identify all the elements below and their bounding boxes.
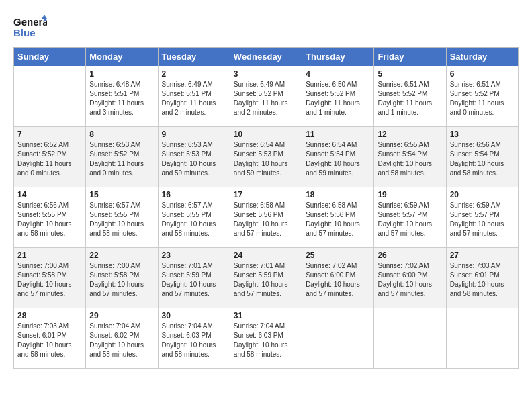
calendar-cell: 6Sunrise: 6:51 AMSunset: 5:52 PMDaylight… [446, 66, 518, 127]
cell-info: Sunrise: 7:02 AMSunset: 6:00 PMDaylight:… [378, 261, 442, 299]
weekday-header: Monday [86, 48, 158, 66]
day-number: 2 [162, 69, 226, 79]
day-number: 17 [234, 190, 298, 199]
weekday-header: Friday [374, 48, 446, 66]
day-number: 19 [378, 190, 442, 199]
weekday-header: Wednesday [230, 48, 302, 66]
calendar-cell: 24Sunrise: 7:01 AMSunset: 5:59 PMDayligh… [230, 248, 302, 308]
cell-info: Sunrise: 6:51 AMSunset: 5:52 PMDaylight:… [378, 80, 442, 118]
cell-info: Sunrise: 6:57 AMSunset: 5:55 PMDaylight:… [162, 201, 226, 238]
calendar-header: SundayMondayTuesdayWednesdayThursdayFrid… [14, 48, 519, 66]
day-number: 29 [89, 311, 154, 320]
day-number: 14 [17, 190, 82, 199]
calendar-cell: 7Sunrise: 6:52 AMSunset: 5:52 PMDaylight… [14, 127, 86, 187]
calendar-cell: 1Sunrise: 6:48 AMSunset: 5:51 PMDaylight… [86, 66, 158, 127]
cell-info: Sunrise: 6:56 AMSunset: 5:54 PMDaylight:… [450, 140, 515, 178]
calendar-cell: 18Sunrise: 6:58 AMSunset: 5:56 PMDayligh… [302, 187, 374, 248]
calendar-cell [374, 308, 446, 369]
day-number: 25 [306, 250, 370, 260]
cell-info: Sunrise: 6:59 AMSunset: 5:57 PMDaylight:… [450, 201, 515, 238]
calendar-cell: 14Sunrise: 6:56 AMSunset: 5:55 PMDayligh… [14, 187, 86, 248]
day-number: 22 [89, 250, 154, 260]
day-number: 11 [306, 130, 370, 139]
day-number: 20 [450, 190, 515, 199]
day-number: 5 [378, 69, 442, 79]
day-number: 7 [17, 130, 82, 139]
calendar-cell: 12Sunrise: 6:55 AMSunset: 5:54 PMDayligh… [374, 127, 446, 187]
cell-info: Sunrise: 6:51 AMSunset: 5:52 PMDaylight:… [450, 80, 515, 118]
cell-info: Sunrise: 6:53 AMSunset: 5:53 PMDaylight:… [162, 140, 226, 178]
day-number: 26 [378, 250, 442, 260]
cell-info: Sunrise: 6:57 AMSunset: 5:55 PMDaylight:… [89, 201, 154, 238]
cell-info: Sunrise: 7:00 AMSunset: 5:58 PMDaylight:… [89, 261, 154, 299]
calendar-cell: 30Sunrise: 7:04 AMSunset: 6:03 PMDayligh… [158, 308, 230, 369]
calendar-cell: 9Sunrise: 6:53 AMSunset: 5:53 PMDaylight… [158, 127, 230, 187]
day-number: 31 [234, 311, 298, 320]
cell-info: Sunrise: 7:01 AMSunset: 5:59 PMDaylight:… [234, 261, 298, 299]
calendar-cell: 5Sunrise: 6:51 AMSunset: 5:52 PMDaylight… [374, 66, 446, 127]
calendar-cell: 25Sunrise: 7:02 AMSunset: 6:00 PMDayligh… [302, 248, 374, 308]
logo-icon: General Blue [13, 13, 47, 40]
cell-info: Sunrise: 6:54 AMSunset: 5:54 PMDaylight:… [306, 140, 370, 178]
day-number: 18 [306, 190, 370, 199]
svg-text:General: General [13, 16, 47, 28]
cell-info: Sunrise: 6:54 AMSunset: 5:53 PMDaylight:… [234, 140, 298, 178]
calendar-cell: 22Sunrise: 7:00 AMSunset: 5:58 PMDayligh… [86, 248, 158, 308]
cell-info: Sunrise: 6:48 AMSunset: 5:51 PMDaylight:… [89, 80, 154, 118]
day-number: 6 [450, 69, 515, 79]
calendar-cell: 2Sunrise: 6:49 AMSunset: 5:51 PMDaylight… [158, 66, 230, 127]
day-number: 23 [162, 250, 226, 260]
day-number: 27 [450, 250, 515, 260]
day-number: 15 [89, 190, 154, 199]
day-number: 21 [17, 250, 82, 260]
logo: General Blue [13, 13, 50, 40]
cell-info: Sunrise: 7:01 AMSunset: 5:59 PMDaylight:… [162, 261, 226, 299]
cell-info: Sunrise: 7:00 AMSunset: 5:58 PMDaylight:… [17, 261, 82, 299]
cell-info: Sunrise: 6:50 AMSunset: 5:52 PMDaylight:… [306, 80, 370, 118]
day-number: 30 [162, 311, 226, 320]
calendar-table: SundayMondayTuesdayWednesdayThursdayFrid… [13, 47, 519, 369]
calendar-cell: 28Sunrise: 7:03 AMSunset: 6:01 PMDayligh… [14, 308, 86, 369]
cell-info: Sunrise: 7:03 AMSunset: 6:01 PMDaylight:… [450, 261, 515, 299]
page-header: General Blue [13, 13, 519, 40]
cell-info: Sunrise: 6:59 AMSunset: 5:57 PMDaylight:… [378, 201, 442, 238]
weekday-header: Thursday [302, 48, 374, 66]
cell-info: Sunrise: 7:03 AMSunset: 6:01 PMDaylight:… [17, 322, 82, 359]
calendar-cell: 10Sunrise: 6:54 AMSunset: 5:53 PMDayligh… [230, 127, 302, 187]
day-number: 3 [234, 69, 298, 79]
calendar-cell: 4Sunrise: 6:50 AMSunset: 5:52 PMDaylight… [302, 66, 374, 127]
calendar-cell [14, 66, 86, 127]
calendar-cell: 20Sunrise: 6:59 AMSunset: 5:57 PMDayligh… [446, 187, 518, 248]
cell-info: Sunrise: 6:49 AMSunset: 5:52 PMDaylight:… [234, 80, 298, 118]
calendar-cell [446, 308, 518, 369]
cell-info: Sunrise: 6:53 AMSunset: 5:52 PMDaylight:… [89, 140, 154, 178]
cell-info: Sunrise: 6:52 AMSunset: 5:52 PMDaylight:… [17, 140, 82, 178]
svg-text:Blue: Blue [13, 27, 36, 38]
calendar-cell [302, 308, 374, 369]
calendar-cell: 19Sunrise: 6:59 AMSunset: 5:57 PMDayligh… [374, 187, 446, 248]
calendar-cell: 29Sunrise: 7:04 AMSunset: 6:02 PMDayligh… [86, 308, 158, 369]
calendar-cell: 15Sunrise: 6:57 AMSunset: 5:55 PMDayligh… [86, 187, 158, 248]
cell-info: Sunrise: 6:49 AMSunset: 5:51 PMDaylight:… [162, 80, 226, 118]
calendar-cell: 26Sunrise: 7:02 AMSunset: 6:00 PMDayligh… [374, 248, 446, 308]
calendar-cell: 8Sunrise: 6:53 AMSunset: 5:52 PMDaylight… [86, 127, 158, 187]
day-number: 8 [89, 130, 154, 139]
calendar-cell: 31Sunrise: 7:04 AMSunset: 6:03 PMDayligh… [230, 308, 302, 369]
weekday-header: Tuesday [158, 48, 230, 66]
calendar-cell: 23Sunrise: 7:01 AMSunset: 5:59 PMDayligh… [158, 248, 230, 308]
day-number: 16 [162, 190, 226, 199]
day-number: 24 [234, 250, 298, 260]
cell-info: Sunrise: 7:02 AMSunset: 6:00 PMDaylight:… [306, 261, 370, 299]
cell-info: Sunrise: 6:56 AMSunset: 5:55 PMDaylight:… [17, 201, 82, 238]
day-number: 1 [89, 69, 154, 79]
calendar-cell: 3Sunrise: 6:49 AMSunset: 5:52 PMDaylight… [230, 66, 302, 127]
calendar-cell: 11Sunrise: 6:54 AMSunset: 5:54 PMDayligh… [302, 127, 374, 187]
cell-info: Sunrise: 6:58 AMSunset: 5:56 PMDaylight:… [234, 201, 298, 238]
day-number: 28 [17, 311, 82, 320]
cell-info: Sunrise: 7:04 AMSunset: 6:02 PMDaylight:… [89, 322, 154, 359]
day-number: 13 [450, 130, 515, 139]
calendar-cell: 17Sunrise: 6:58 AMSunset: 5:56 PMDayligh… [230, 187, 302, 248]
weekday-header: Saturday [446, 48, 518, 66]
cell-info: Sunrise: 6:55 AMSunset: 5:54 PMDaylight:… [378, 140, 442, 178]
cell-info: Sunrise: 7:04 AMSunset: 6:03 PMDaylight:… [234, 322, 298, 359]
